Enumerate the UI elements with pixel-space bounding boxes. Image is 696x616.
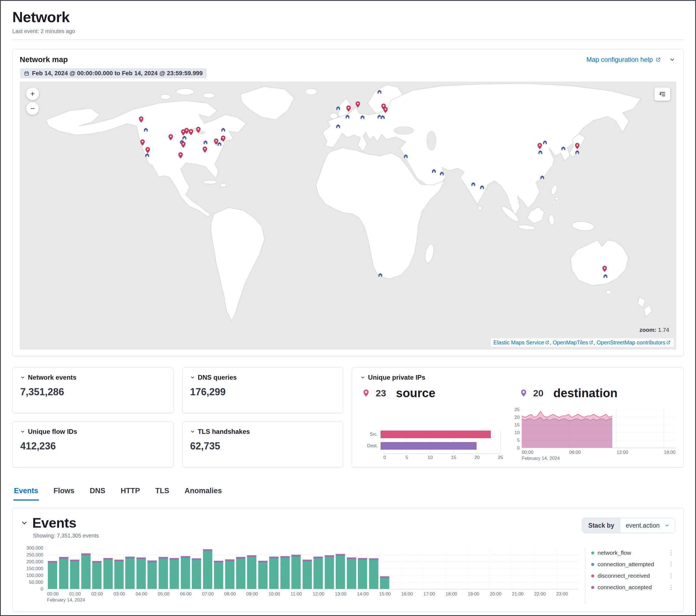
tab-http[interactable]: HTTP <box>120 485 141 501</box>
tab-dns[interactable]: DNS <box>89 485 106 501</box>
legend-label[interactable]: disconnect_received <box>598 572 664 579</box>
map-pin-marker[interactable] <box>188 129 194 137</box>
histogram-bar <box>380 576 389 589</box>
events-plot-area <box>47 548 579 589</box>
attribution-link[interactable]: OpenMapTiles <box>553 339 588 346</box>
map-building-marker[interactable] <box>143 127 148 134</box>
map-building-marker[interactable] <box>360 114 365 121</box>
legend-item-connection_accepted: connection_accepted⋮ <box>591 584 675 591</box>
map-building-marker[interactable] <box>539 174 545 181</box>
stats-grid: Network events 7,351,286 DNS queries 176… <box>12 367 684 468</box>
chevron-down-icon[interactable] <box>190 375 195 380</box>
map-pin-marker[interactable] <box>201 146 208 154</box>
attribution-link[interactable]: OpenStreetMap contributors <box>597 339 665 346</box>
map-building-marker[interactable] <box>335 105 341 112</box>
unique-private-ips-panel: Unique private IPs 23 source 20 destinat… <box>352 367 684 468</box>
map-layers-toggle-button[interactable] <box>654 88 670 101</box>
histogram-bar <box>203 549 212 589</box>
destination-ips-label: destination <box>553 386 617 400</box>
map-building-marker[interactable] <box>221 127 226 134</box>
map-building-marker[interactable] <box>203 140 208 146</box>
tab-tls[interactable]: TLS <box>155 485 170 501</box>
stack-by-select[interactable]: event.action <box>620 518 675 533</box>
ips-panel-title: Unique private IPs <box>368 374 425 381</box>
calendar-icon <box>24 71 29 76</box>
map-building-marker[interactable] <box>377 89 382 95</box>
zoom-out-button[interactable]: − <box>26 102 39 115</box>
map-building-marker[interactable] <box>144 152 150 159</box>
histogram-bar <box>125 557 135 589</box>
map-pin-marker[interactable] <box>180 141 187 149</box>
legend-actions-icon[interactable]: ⋮ <box>667 584 675 591</box>
map-building-marker[interactable] <box>471 181 476 188</box>
histogram-bar <box>269 557 279 589</box>
map-configuration-help-link[interactable]: Map configuration help <box>586 56 661 63</box>
legend-color-dot <box>591 551 594 554</box>
histogram-bar <box>336 554 345 589</box>
page-header: Network Last event: 2 minutes ago <box>12 9 684 40</box>
map-building-marker[interactable] <box>380 114 386 121</box>
histogram-bar <box>159 557 168 589</box>
legend-actions-icon[interactable]: ⋮ <box>667 561 675 568</box>
map-building-marker[interactable] <box>377 272 383 279</box>
map-building-marker[interactable] <box>431 168 437 175</box>
zoom-value: 1.74 <box>658 327 669 333</box>
map-building-marker[interactable] <box>479 184 485 191</box>
histogram-bar <box>314 557 323 589</box>
map-pin-marker[interactable] <box>139 139 146 147</box>
map-date-range-badge: Feb 14, 2024 @ 00:00:00.000 to Feb 14, 2… <box>20 68 207 78</box>
histogram-bar <box>347 557 356 589</box>
chevron-down-icon[interactable] <box>20 429 25 434</box>
map-pin-marker[interactable] <box>354 101 361 109</box>
map-pin-marker[interactable] <box>345 105 352 113</box>
map-building-marker[interactable] <box>345 114 350 121</box>
map-pin-marker[interactable] <box>195 126 202 134</box>
map-pin-marker[interactable] <box>601 265 608 273</box>
chevron-down-icon[interactable] <box>190 429 195 434</box>
tab-bar: EventsFlowsDNSHTTPTLSAnomalies <box>12 485 684 501</box>
map-pin-marker[interactable] <box>382 106 389 114</box>
map-building-marker[interactable] <box>560 145 566 152</box>
destination-ips-count: 20 <box>533 388 543 398</box>
map-building-marker[interactable] <box>538 149 543 156</box>
histogram-bar <box>247 555 256 589</box>
legend-actions-icon[interactable]: ⋮ <box>667 549 675 556</box>
map-building-marker[interactable] <box>602 273 608 280</box>
tab-events[interactable]: Events <box>13 485 39 501</box>
chevron-down-icon[interactable] <box>21 519 28 526</box>
zoom-in-button[interactable]: + <box>26 88 39 100</box>
zoom-label: zoom: <box>639 327 656 333</box>
tab-anomalies[interactable]: Anomalies <box>184 485 223 501</box>
map-building-marker[interactable] <box>574 149 580 156</box>
map-building-marker[interactable] <box>439 170 445 177</box>
tab-flows[interactable]: Flows <box>53 485 75 501</box>
map-pin-marker[interactable] <box>212 138 219 146</box>
histogram-bar <box>48 561 57 589</box>
stat-value: 412,236 <box>20 440 165 452</box>
app-window: Network Last event: 2 minutes ago Networ… <box>0 0 696 616</box>
chevron-down-icon[interactable] <box>20 375 25 380</box>
legend-label[interactable]: connection_attempted <box>598 561 664 568</box>
legend-actions-icon[interactable]: ⋮ <box>667 572 675 579</box>
stat-card-unique-flow-ids: Unique flow IDs 412,236 <box>12 422 173 468</box>
events-panel: Events Showing: 7,351,305 events Stack b… <box>12 508 684 612</box>
map-panel-collapse-button[interactable] <box>668 56 676 64</box>
map-pin-marker[interactable] <box>138 116 145 124</box>
stat-value: 7,351,286 <box>20 386 165 398</box>
legend-label[interactable]: network_flow <box>598 550 664 556</box>
map-building-marker[interactable] <box>335 123 341 130</box>
map-pin-marker[interactable] <box>177 152 184 160</box>
legend-item-network_flow: network_flow⋮ <box>591 549 675 556</box>
attribution-link[interactable]: Elastic Maps Service <box>493 339 544 346</box>
histogram-bar <box>303 560 312 589</box>
histogram-bar <box>170 558 179 589</box>
histogram-bar <box>104 558 113 589</box>
legend-color-dot <box>591 563 594 566</box>
legend-label[interactable]: connection_accepted <box>598 584 664 590</box>
chevron-down-icon[interactable] <box>360 375 365 380</box>
map-pin-marker[interactable] <box>168 134 174 142</box>
map-building-marker[interactable] <box>403 154 409 160</box>
histogram-bar <box>92 561 101 589</box>
map-canvas[interactable]: + − zoom:1.74 Elastic Maps Service, Open… <box>20 81 676 350</box>
page-title: Network <box>12 9 684 26</box>
